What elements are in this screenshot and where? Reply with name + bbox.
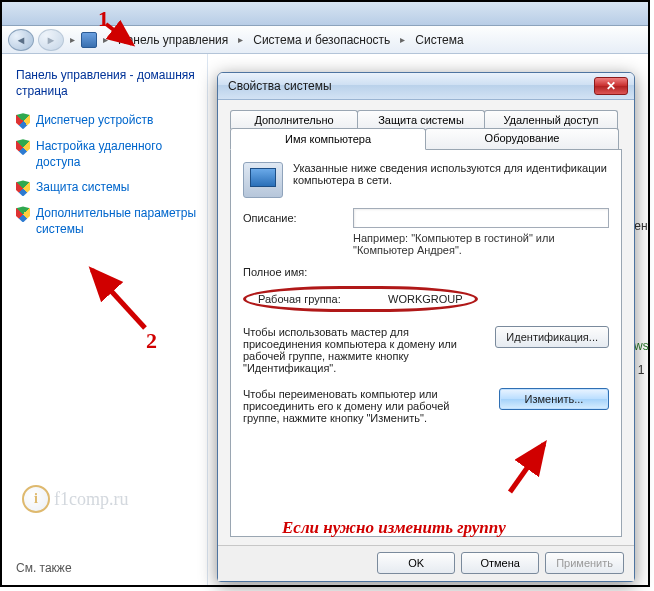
shield-icon: [16, 113, 30, 129]
shield-icon: [16, 180, 30, 196]
shield-icon: [16, 206, 30, 222]
computer-icon: [243, 162, 283, 198]
chevron-right-icon: ▸: [398, 34, 407, 45]
tab-hardware[interactable]: Оборудование: [425, 128, 619, 149]
sidebar-item-label: Дополнительные параметры системы: [36, 206, 197, 237]
sidebar-footer[interactable]: См. также: [16, 561, 72, 575]
workgroup-value: WORKGROUP: [388, 293, 463, 305]
control-panel-icon: [81, 32, 97, 48]
sidebar-item-device-manager[interactable]: Диспетчер устройств: [16, 113, 197, 129]
workgroup-label: Рабочая группа:: [258, 293, 388, 305]
change-button[interactable]: Изменить...: [499, 388, 609, 410]
tab-remote[interactable]: Удаленный доступ: [484, 110, 618, 129]
watermark-logo: i f1comp.ru: [22, 485, 128, 513]
system-properties-dialog: Свойства системы ✕ Дополнительно Защита …: [217, 72, 635, 582]
fullname-label: Полное имя:: [243, 266, 353, 278]
close-button[interactable]: ✕: [594, 77, 628, 95]
sidebar: Панель управления - домашняя страница Ди…: [2, 54, 207, 585]
chevron-right-icon: ▸: [68, 34, 77, 45]
sidebar-item-label: Настройка удаленного доступа: [36, 139, 197, 170]
dialog-titlebar[interactable]: Свойства системы ✕: [218, 73, 634, 100]
identification-help-text: Чтобы использовать мастер для присоедине…: [243, 326, 485, 374]
sidebar-title[interactable]: Панель управления - домашняя страница: [16, 68, 197, 99]
apply-button[interactable]: Применить: [545, 552, 624, 574]
dialog-title: Свойства системы: [228, 79, 332, 93]
chevron-right-icon: ▸: [101, 34, 110, 45]
annotation-number-2: 2: [146, 328, 157, 354]
breadcrumb-item[interactable]: Система и безопасность: [249, 31, 394, 49]
nav-forward-button[interactable]: ►: [38, 29, 64, 51]
workgroup-highlight-oval: Рабочая группа: WORKGROUP: [243, 286, 478, 312]
description-hint: Например: "Компьютер в гостиной" или "Ко…: [353, 232, 609, 256]
panel-intro-text: Указанные ниже сведения используются для…: [293, 162, 609, 198]
shield-icon: [16, 139, 30, 155]
change-help-text: Чтобы переименовать компьютер или присое…: [243, 388, 489, 424]
tab-advanced[interactable]: Дополнительно: [230, 110, 358, 129]
chevron-right-icon: ▸: [236, 34, 245, 45]
tab-panel-computer-name: Указанные ниже сведения используются для…: [230, 149, 622, 537]
tab-computer-name[interactable]: Имя компьютера: [230, 128, 426, 150]
tab-system-protection[interactable]: Защита системы: [357, 110, 485, 129]
sidebar-item-system-protection[interactable]: Защита системы: [16, 180, 197, 196]
sidebar-item-advanced-system[interactable]: Дополнительные параметры системы: [16, 206, 197, 237]
breadcrumb-item[interactable]: Панель управления: [114, 31, 232, 49]
annotation-caption: Если нужно изменить группу: [282, 518, 506, 538]
sidebar-item-label: Защита системы: [36, 180, 129, 196]
identification-button[interactable]: Идентификация...: [495, 326, 609, 348]
sidebar-item-label: Диспетчер устройств: [36, 113, 153, 129]
annotation-number-1: 1: [98, 6, 109, 32]
breadcrumb-item[interactable]: Система: [411, 31, 467, 49]
description-label: Описание:: [243, 212, 353, 224]
ok-button[interactable]: OK: [377, 552, 455, 574]
cancel-button[interactable]: Отмена: [461, 552, 539, 574]
truncated-text: ен ws 1: [634, 214, 648, 382]
description-input[interactable]: [353, 208, 609, 228]
nav-back-button[interactable]: ◄: [8, 29, 34, 51]
dialog-button-row: OK Отмена Применить: [218, 545, 634, 581]
sidebar-item-remote-settings[interactable]: Настройка удаленного доступа: [16, 139, 197, 170]
